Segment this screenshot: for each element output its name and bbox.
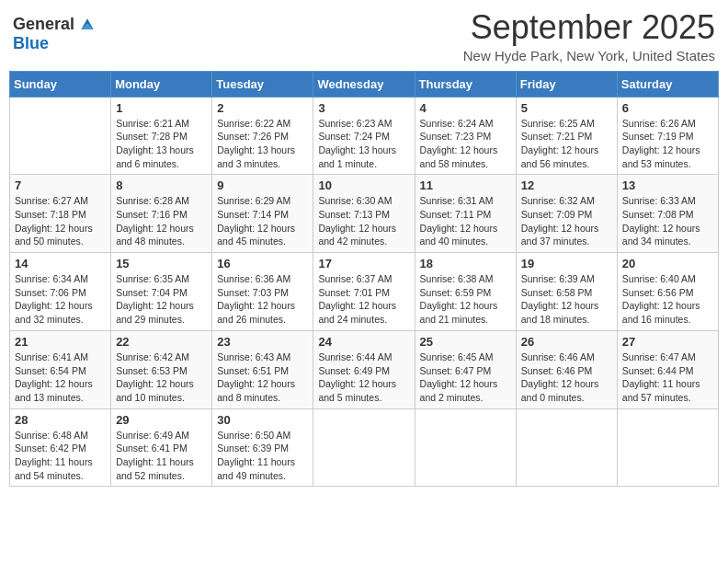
logo-general: General — [13, 15, 74, 34]
month-title: September 2025 — [463, 9, 715, 46]
day-number: 28 — [15, 413, 106, 427]
calendar-week-row: 14Sunrise: 6:34 AMSunset: 7:06 PMDayligh… — [10, 253, 719, 331]
day-number: 14 — [15, 257, 106, 270]
day-info: Sunrise: 6:48 AMSunset: 6:42 PMDaylight:… — [15, 429, 106, 483]
day-info: Sunrise: 6:24 AMSunset: 7:23 PMDaylight:… — [420, 117, 511, 171]
day-number: 29 — [116, 413, 207, 427]
day-number: 2 — [217, 101, 308, 115]
calendar-cell — [516, 408, 617, 487]
day-info: Sunrise: 6:30 AMSunset: 7:13 PMDaylight:… — [318, 194, 409, 248]
calendar-cell: 13Sunrise: 6:33 AMSunset: 7:08 PMDayligh… — [617, 175, 718, 253]
calendar-cell: 2Sunrise: 6:22 AMSunset: 7:26 PMDaylight… — [212, 97, 313, 175]
calendar-week-row: 1Sunrise: 6:21 AMSunset: 7:28 PMDaylight… — [10, 97, 719, 175]
calendar-cell: 12Sunrise: 6:32 AMSunset: 7:09 PMDayligh… — [516, 175, 617, 253]
day-number: 11 — [420, 178, 511, 192]
day-number: 6 — [622, 101, 713, 115]
day-number: 25 — [420, 335, 511, 349]
day-number: 26 — [521, 335, 612, 349]
calendar-header-row: SundayMondayTuesdayWednesdayThursdayFrid… — [10, 71, 719, 97]
calendar-cell: 7Sunrise: 6:27 AMSunset: 7:18 PMDaylight… — [10, 175, 111, 253]
calendar-cell: 4Sunrise: 6:24 AMSunset: 7:23 PMDaylight… — [415, 97, 516, 175]
day-info: Sunrise: 6:38 AMSunset: 6:59 PMDaylight:… — [420, 272, 511, 327]
day-number: 24 — [318, 335, 409, 349]
weekday-header-wednesday: Wednesday — [313, 71, 415, 97]
day-info: Sunrise: 6:29 AMSunset: 7:14 PMDaylight:… — [217, 194, 308, 248]
calendar-cell: 10Sunrise: 6:30 AMSunset: 7:13 PMDayligh… — [313, 175, 415, 253]
day-info: Sunrise: 6:31 AMSunset: 7:11 PMDaylight:… — [420, 194, 511, 248]
day-info: Sunrise: 6:27 AMSunset: 7:18 PMDaylight:… — [15, 194, 106, 248]
day-info: Sunrise: 6:46 AMSunset: 6:46 PMDaylight:… — [521, 350, 612, 405]
calendar-week-row: 21Sunrise: 6:41 AMSunset: 6:54 PMDayligh… — [10, 330, 719, 408]
day-info: Sunrise: 6:37 AMSunset: 7:01 PMDaylight:… — [318, 272, 409, 327]
day-info: Sunrise: 6:25 AMSunset: 7:21 PMDaylight:… — [521, 117, 612, 171]
calendar-cell: 17Sunrise: 6:37 AMSunset: 7:01 PMDayligh… — [313, 253, 415, 331]
day-info: Sunrise: 6:36 AMSunset: 7:03 PMDaylight:… — [217, 272, 308, 327]
calendar-cell — [617, 408, 718, 487]
logo-icon — [78, 16, 97, 34]
day-info: Sunrise: 6:23 AMSunset: 7:24 PMDaylight:… — [318, 117, 409, 171]
weekday-header-tuesday: Tuesday — [212, 71, 313, 97]
calendar-cell: 19Sunrise: 6:39 AMSunset: 6:58 PMDayligh… — [516, 253, 617, 331]
day-number: 18 — [420, 257, 511, 270]
day-number: 30 — [217, 413, 308, 427]
calendar-table: SundayMondayTuesdayWednesdayThursdayFrid… — [9, 71, 719, 488]
day-number: 13 — [622, 178, 713, 192]
logo-blue: Blue — [13, 34, 49, 53]
day-number: 1 — [116, 101, 207, 115]
day-info: Sunrise: 6:22 AMSunset: 7:26 PMDaylight:… — [217, 117, 308, 171]
day-number: 23 — [217, 335, 308, 349]
calendar-cell: 23Sunrise: 6:43 AMSunset: 6:51 PMDayligh… — [212, 330, 313, 408]
calendar-cell: 25Sunrise: 6:45 AMSunset: 6:47 PMDayligh… — [415, 330, 516, 408]
day-info: Sunrise: 6:50 AMSunset: 6:39 PMDaylight:… — [217, 429, 308, 483]
calendar-cell: 16Sunrise: 6:36 AMSunset: 7:03 PMDayligh… — [212, 253, 313, 331]
day-number: 12 — [521, 178, 612, 192]
title-area: September 2025 New Hyde Park, New York, … — [463, 9, 715, 63]
day-info: Sunrise: 6:41 AMSunset: 6:54 PMDaylight:… — [15, 350, 106, 405]
day-number: 22 — [116, 335, 207, 349]
calendar-week-row: 28Sunrise: 6:48 AMSunset: 6:42 PMDayligh… — [10, 408, 719, 487]
day-number: 20 — [622, 257, 713, 270]
weekday-header-thursday: Thursday — [415, 71, 516, 97]
calendar-cell: 6Sunrise: 6:26 AMSunset: 7:19 PMDaylight… — [617, 97, 718, 175]
day-info: Sunrise: 6:26 AMSunset: 7:19 PMDaylight:… — [622, 117, 713, 171]
calendar-cell: 21Sunrise: 6:41 AMSunset: 6:54 PMDayligh… — [10, 330, 111, 408]
day-number: 4 — [420, 101, 511, 115]
day-number: 15 — [116, 257, 207, 270]
day-number: 7 — [15, 178, 106, 192]
calendar-cell: 24Sunrise: 6:44 AMSunset: 6:49 PMDayligh… — [313, 330, 415, 408]
day-info: Sunrise: 6:49 AMSunset: 6:41 PMDaylight:… — [116, 429, 207, 483]
day-number: 9 — [217, 178, 308, 192]
day-number: 10 — [318, 178, 409, 192]
day-number: 21 — [15, 335, 106, 349]
day-info: Sunrise: 6:34 AMSunset: 7:06 PMDaylight:… — [15, 272, 106, 327]
calendar-cell: 28Sunrise: 6:48 AMSunset: 6:42 PMDayligh… — [10, 408, 111, 487]
calendar-cell: 18Sunrise: 6:38 AMSunset: 6:59 PMDayligh… — [415, 253, 516, 331]
day-number: 3 — [318, 101, 409, 115]
calendar-cell: 15Sunrise: 6:35 AMSunset: 7:04 PMDayligh… — [111, 253, 212, 331]
calendar-week-row: 7Sunrise: 6:27 AMSunset: 7:18 PMDaylight… — [10, 175, 719, 253]
weekday-header-sunday: Sunday — [10, 71, 111, 97]
calendar-cell: 30Sunrise: 6:50 AMSunset: 6:39 PMDayligh… — [212, 408, 313, 487]
calendar-cell: 22Sunrise: 6:42 AMSunset: 6:53 PMDayligh… — [111, 330, 212, 408]
weekday-header-monday: Monday — [111, 71, 212, 97]
location: New Hyde Park, New York, United States — [463, 48, 715, 63]
calendar-cell: 26Sunrise: 6:46 AMSunset: 6:46 PMDayligh… — [516, 330, 617, 408]
day-info: Sunrise: 6:42 AMSunset: 6:53 PMDaylight:… — [116, 350, 207, 405]
day-info: Sunrise: 6:39 AMSunset: 6:58 PMDaylight:… — [521, 272, 612, 327]
day-info: Sunrise: 6:40 AMSunset: 6:56 PMDaylight:… — [622, 272, 713, 327]
calendar-cell: 1Sunrise: 6:21 AMSunset: 7:28 PMDaylight… — [111, 97, 212, 175]
calendar-cell: 5Sunrise: 6:25 AMSunset: 7:21 PMDaylight… — [516, 97, 617, 175]
calendar-cell — [313, 408, 415, 487]
calendar-cell — [10, 97, 111, 175]
logo: General Blue — [13, 15, 97, 53]
day-number: 19 — [521, 257, 612, 270]
calendar-cell: 20Sunrise: 6:40 AMSunset: 6:56 PMDayligh… — [617, 253, 718, 331]
page-header: General Blue September 2025 New Hyde Par… — [9, 9, 719, 63]
day-info: Sunrise: 6:44 AMSunset: 6:49 PMDaylight:… — [318, 350, 409, 405]
day-number: 27 — [622, 335, 713, 349]
calendar-cell: 14Sunrise: 6:34 AMSunset: 7:06 PMDayligh… — [10, 253, 111, 331]
day-number: 16 — [217, 257, 308, 270]
calendar-cell: 11Sunrise: 6:31 AMSunset: 7:11 PMDayligh… — [415, 175, 516, 253]
day-info: Sunrise: 6:43 AMSunset: 6:51 PMDaylight:… — [217, 350, 308, 405]
day-number: 8 — [116, 178, 207, 192]
